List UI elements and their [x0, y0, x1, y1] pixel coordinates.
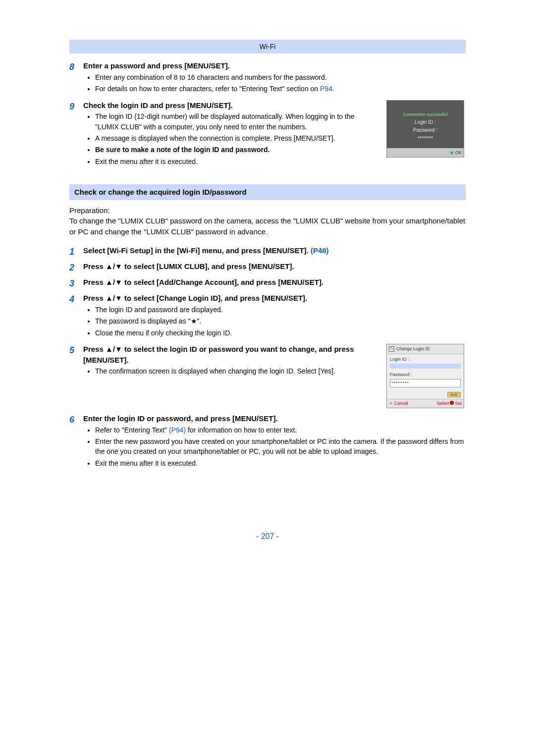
link-p94[interactable]: P94 — [320, 85, 332, 93]
step-number: 5 — [69, 344, 83, 379]
preparation-block: Preparation: To change the "LUMIX CLUB" … — [69, 205, 466, 237]
bullet-bold: Be sure to make a note of the login ID a… — [95, 145, 378, 155]
step-title: Enter a password and press [MENU/SET]. — [83, 60, 466, 71]
page-container: Wi-Fi 8 Enter a password and press [MENU… — [59, 40, 476, 542]
text: Refer to "Entering Text" — [95, 426, 169, 434]
preparation-text: To change the "LUMIX CLUB" password on t… — [69, 216, 465, 236]
bullet: The password is displayed as "★". — [95, 316, 466, 326]
bullet: A message is displayed when the connecti… — [95, 133, 378, 143]
step-5-row: 5 Press ▲/▼ to select the login ID or pa… — [69, 344, 466, 408]
bullet: Exit the menu after it is executed. — [95, 458, 466, 468]
step-9-row: 9 Check the login ID and press [MENU/SET… — [69, 100, 466, 172]
step-number: 1 — [69, 245, 83, 258]
step-title: Enter the login ID or password, and pres… — [83, 413, 466, 424]
step-8: 8 Enter a password and press [MENU/SET].… — [69, 60, 466, 97]
step-title: Press ▲/▼ to select [Add/Change Account]… — [83, 277, 466, 289]
section-header-wifi: Wi-Fi — [69, 40, 466, 54]
text: Select [Wi-Fi Setup] in the [Wi-Fi] menu… — [83, 246, 311, 255]
link-p48[interactable]: (P48) — [311, 246, 329, 255]
login-label: Login ID : — [390, 356, 461, 363]
step-title: Press ▲/▼ to select [LUMIX CLUB], and pr… — [83, 261, 466, 273]
cancel-label: ⤶ Cancel — [389, 400, 408, 407]
select-set-label: SelectSet — [436, 400, 462, 407]
connection-status: Connection successful — [389, 111, 462, 118]
preparation-label: Preparation: — [69, 206, 110, 215]
step-title: Check the login ID and press [MENU/SET]. — [83, 100, 378, 111]
screen-title: Change Login ID — [396, 346, 430, 352]
text: . — [332, 85, 334, 93]
step-6: 6 Enter the login ID or password, and pr… — [69, 413, 466, 471]
page-number: - 207 - — [69, 531, 466, 542]
login-field — [390, 364, 461, 369]
ok-label: OK — [455, 150, 462, 156]
bullet: The login ID (12-digit number) will be d… — [95, 111, 378, 132]
bullet: Refer to "Entering Text" (P94) for infor… — [95, 425, 466, 435]
bullet: Enter any combination of 8 to 16 charact… — [95, 72, 466, 82]
password-label: Password : — [389, 127, 462, 134]
password-label: Password : — [390, 372, 461, 378]
link-p94-2[interactable]: (P94) — [169, 426, 186, 434]
step-2: 2 Press ▲/▼ to select [LUMIX CLUB], and … — [69, 261, 466, 274]
exit-button: Exit — [447, 392, 461, 397]
step-number: 9 — [69, 100, 83, 169]
bullet: Enter the new password you have created … — [95, 436, 466, 457]
step-3: 3 Press ▲/▼ to select [Add/Change Accoun… — [69, 277, 466, 290]
step-title: Press ▲/▼ to select [Change Login ID], a… — [83, 293, 466, 304]
set-icon — [450, 401, 454, 405]
bullet: The login ID and password are displayed. — [95, 305, 466, 315]
step-1: 1 Select [Wi-Fi Setup] in the [Wi-Fi] me… — [69, 245, 466, 258]
password-field: ******** — [390, 379, 461, 387]
bullet: Close the menu if only checking the logi… — [95, 328, 466, 338]
step-number: 3 — [69, 277, 83, 290]
ok-icon: ◉ — [450, 150, 454, 156]
step-9: 9 Check the login ID and press [MENU/SET… — [69, 100, 378, 169]
login-label: Login ID : — [389, 119, 462, 126]
step-number: 6 — [69, 413, 83, 471]
step-4: 4 Press ▲/▼ to select [Change Login ID],… — [69, 293, 466, 341]
step-title: Press ▲/▼ to select the login ID or pass… — [83, 344, 378, 366]
bullet: The confirmation screen is displayed whe… — [95, 366, 378, 376]
step-5: 5 Press ▲/▼ to select the login ID or pa… — [69, 344, 378, 379]
camera-screen-change-login: Change Login ID Login ID : Password : **… — [386, 344, 464, 408]
text: For details on how to enter characters, … — [95, 85, 320, 93]
camera-screen-connection: Connection successful Login ID : Passwor… — [386, 100, 464, 158]
back-icon — [389, 346, 394, 352]
section-header-check-change: Check or change the acquired login ID/pa… — [69, 184, 466, 200]
text: for information on how to enter text. — [186, 426, 297, 434]
step-title: Select [Wi-Fi Setup] in the [Wi-Fi] menu… — [83, 245, 466, 257]
bullet: Exit the menu after it is executed. — [95, 157, 378, 166]
step-number: 4 — [69, 293, 83, 341]
password-masked: ******** — [389, 135, 462, 143]
step-number: 8 — [69, 60, 83, 97]
step-number: 2 — [69, 261, 83, 274]
bullet: For details on how to enter characters, … — [95, 84, 466, 94]
